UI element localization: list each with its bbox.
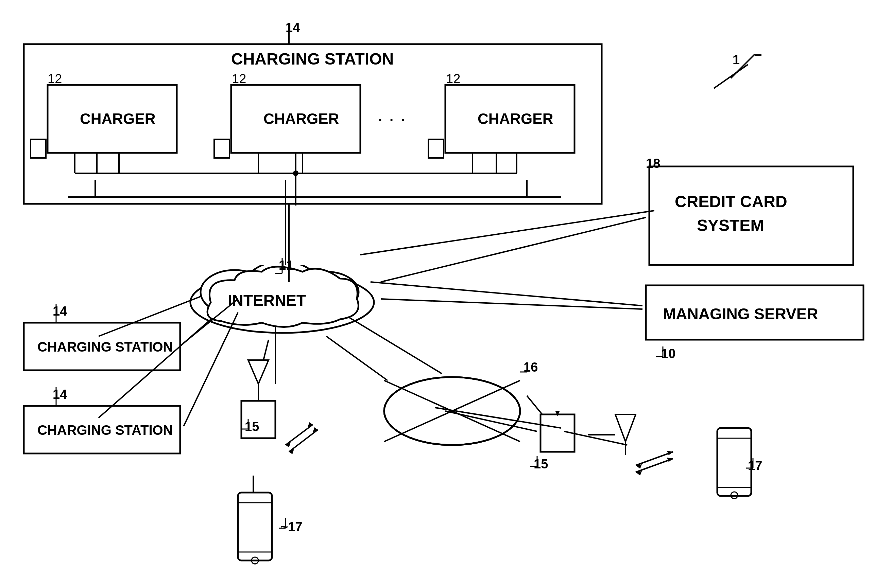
extra-lines — [0, 0, 892, 588]
svg-line-123 — [527, 396, 542, 414]
svg-line-124 — [564, 431, 627, 445]
diagram-container: CHARGING STATION CHARGER 12 CHARGER 12 ·… — [0, 0, 892, 588]
